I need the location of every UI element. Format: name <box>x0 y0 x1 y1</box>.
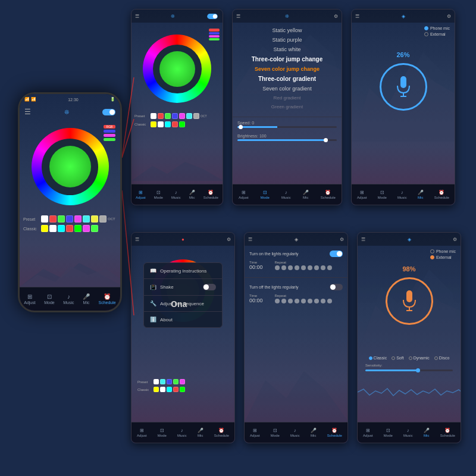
panel-mic-top: ☰ ◈ ⚙ Phone mic External 26% <box>351 9 455 205</box>
menu-icon[interactable]: ☰ <box>24 108 31 116</box>
p2-mode-icon: ⊡ <box>263 190 267 195</box>
p5-turn-off-toggle[interactable] <box>330 284 343 290</box>
p5-nav-music[interactable]: ♪ Music <box>290 428 300 437</box>
p3-mode-label: Mode <box>378 196 387 199</box>
oct-label: OCT <box>108 217 115 221</box>
p4-nav-mode[interactable]: ⊡ Mode <box>158 428 167 437</box>
p6-nav-mic[interactable]: 🎤 Mic <box>424 428 430 437</box>
p1-nav-adjust[interactable]: ⊞ Adjust <box>136 190 146 199</box>
p3-nav-mode[interactable]: ⊡ Mode <box>378 190 387 199</box>
nav-music[interactable]: ♪ Music <box>63 293 74 305</box>
mode-3color-jump[interactable]: Three-color jump change <box>239 54 336 64</box>
main-toggle[interactable] <box>102 109 115 115</box>
adjust-seq-label: Adjust line sequence <box>160 301 204 306</box>
p6-mic-label: Mic <box>424 434 429 437</box>
p5-gear-icon: ⚙ <box>340 237 344 242</box>
p5-turn-on-toggle[interactable] <box>330 250 343 257</box>
p6-adjust-icon: ⊞ <box>366 428 370 433</box>
p5-nav-mode[interactable]: ⊡ Mode <box>271 428 280 437</box>
mode-classic[interactable]: Classic <box>369 356 387 360</box>
p6-nav-mode[interactable]: ⊡ Mode <box>384 428 393 437</box>
mode-disco[interactable]: Disco <box>434 356 450 360</box>
svg-marker-13 <box>245 371 347 422</box>
settings-op-instructions[interactable]: 📖 Operating Instructions <box>144 263 222 279</box>
p6-mode-label: Mode <box>384 434 393 437</box>
p5-mode-label: Mode <box>271 434 280 437</box>
p4-nav-mic[interactable]: 🎤 Mic <box>198 428 203 437</box>
p1-nav-schedule[interactable]: ⏰ Schedule <box>203 190 218 199</box>
nav-music-label: Music <box>63 300 74 305</box>
panel-adjust-toggle[interactable] <box>207 14 218 19</box>
p6-nav-adjust[interactable]: ⊞ Adjust <box>363 428 373 437</box>
p4-nav-adjust[interactable]: ⊞ Adjust <box>137 428 147 437</box>
p4-mode-icon: ⊡ <box>160 428 164 433</box>
nav-schedule[interactable]: ⏰ Schedule <box>99 293 116 305</box>
p6-sensitivity-label: Sensitivity: <box>365 364 453 367</box>
p3-nav-music[interactable]: ♪ Music <box>397 190 407 199</box>
p1-nav-mode[interactable]: ⊡ Mode <box>154 190 163 199</box>
p2-nav-adjust[interactable]: ⊞ Adjust <box>239 190 249 199</box>
settings-about[interactable]: ℹ️ About <box>144 312 222 327</box>
bluetooth-icon: ❊ <box>64 109 69 115</box>
settings-adjust-seq[interactable]: 🔧 Adjust line sequence <box>144 296 222 312</box>
p6-menu-icon: ☰ <box>361 237 365 242</box>
p5-bottom-nav: ⊞ Adjust ⊡ Mode ♪ Music 🎤 Mic ⏰ Schedule <box>245 422 347 443</box>
classic-label: Classic <box>23 227 40 231</box>
p1-schedule-icon: ⏰ <box>208 190 214 195</box>
mode-static-white[interactable]: Static white <box>239 45 336 54</box>
mode-green-gradient[interactable]: Green gradient <box>239 102 336 111</box>
p1-classic-label: Classic <box>134 123 149 126</box>
p4-adjust-icon: ⊞ <box>140 428 144 433</box>
p5-nav-schedule[interactable]: ⏰ Schedule <box>327 428 342 437</box>
status-bar-battery: 🔋 <box>110 97 115 102</box>
p3-nav-schedule[interactable]: ⏰ Schedule <box>434 190 449 199</box>
p5-nav-mic[interactable]: 🎤 Mic <box>311 428 317 437</box>
p1-nav-mic[interactable]: 🎤 Mic <box>189 190 195 199</box>
nav-mic[interactable]: 🎤 Mic <box>83 293 90 305</box>
mode-soft[interactable]: Soft <box>392 356 403 360</box>
p1-nav-music[interactable]: ♪ Music <box>171 190 181 199</box>
p2-nav-mode[interactable]: ⊡ Mode <box>261 190 270 199</box>
status-bar-left: 📶 📶 <box>24 97 36 102</box>
p3-mic-circle <box>380 63 427 111</box>
p6-schedule-label: Schedule <box>440 434 455 437</box>
p6-external-label: External <box>436 255 452 259</box>
p6-music-icon: ♪ <box>407 428 409 433</box>
p5-nav-adjust[interactable]: ⊞ Adjust <box>250 428 260 437</box>
nav-adjust[interactable]: ⊞ Adjust <box>24 293 35 305</box>
p4-music-label: Music <box>177 434 187 437</box>
p2-menu-icon: ☰ <box>236 14 240 19</box>
p1-music-icon: ♪ <box>175 190 177 195</box>
p3-nav-mic[interactable]: 🎤 Mic <box>418 190 424 199</box>
mode-static-yellow[interactable]: Static yellow <box>239 26 336 35</box>
p6-nav-schedule[interactable]: ⏰ Schedule <box>440 428 455 437</box>
p3-phone-mic-label: Phone mic <box>430 26 450 30</box>
panel-settings: ☰ ● ⚙ 📖 Operating Instructions 📳 Shake <box>131 232 235 443</box>
p2-nav-mic[interactable]: 🎤 Mic <box>303 190 309 199</box>
p2-nav-schedule[interactable]: ⏰ Schedule <box>321 190 336 199</box>
mode-7color-gradient[interactable]: Seven color gradient <box>239 84 336 93</box>
mode-dynamic[interactable]: Dynamic <box>409 356 430 360</box>
shake-toggle[interactable] <box>203 284 216 290</box>
p3-nav-adjust[interactable]: ⊞ Adjust <box>357 190 367 199</box>
p6-nav-music[interactable]: ♪ Music <box>403 428 413 437</box>
p2-schedule-icon: ⏰ <box>325 190 331 195</box>
p5-mic-label: Mic <box>311 434 316 437</box>
mode-static-purple[interactable]: Static purple <box>239 35 336 45</box>
p2-nav-music[interactable]: ♪ Music <box>281 190 291 199</box>
p4-nav-schedule[interactable]: ⏰ Schedule <box>214 428 229 437</box>
main-bottom-nav: ⊞ Adjust ⊡ Mode ♪ Music 🎤 Mic ⏰ Schedule <box>20 287 120 311</box>
nav-mode-label: Mode <box>44 300 55 305</box>
p3-mic-icon: 🎤 <box>418 190 424 195</box>
p1-mode-label: Mode <box>154 196 163 199</box>
p6-bt-icon: ◈ <box>408 237 411 242</box>
nav-mic-label: Mic <box>83 300 90 305</box>
mode-red-gradient[interactable]: Red gradient <box>239 93 336 102</box>
panel-adjust: ☰ ❊ Preset OCT <box>131 9 223 205</box>
p4-nav-music[interactable]: ♪ Music <box>177 428 187 437</box>
settings-shake[interactable]: 📳 Shake <box>144 279 222 296</box>
mode-3color-gradient[interactable]: Three-color gradient <box>239 74 336 84</box>
nav-mode[interactable]: ⊡ Mode <box>44 293 55 305</box>
p3-mode-icon: ⊡ <box>380 190 384 195</box>
mode-7color-jump[interactable]: Seven color jump change <box>239 64 336 74</box>
